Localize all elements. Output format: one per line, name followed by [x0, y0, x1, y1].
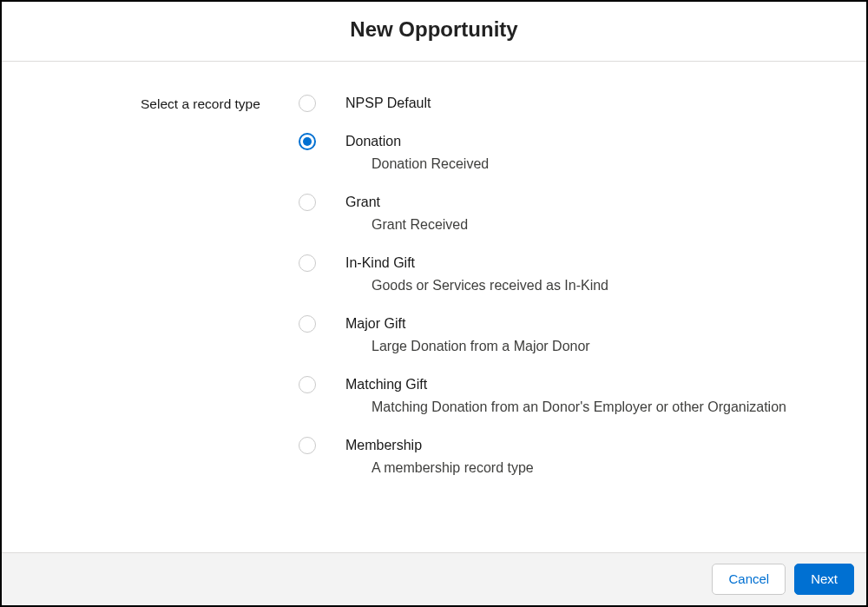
radio-button[interactable]: [299, 133, 316, 150]
option-label: Donation: [345, 133, 489, 150]
radio-button[interactable]: [299, 194, 316, 211]
option-text[interactable]: In-Kind GiftGoods or Services received a…: [316, 254, 608, 294]
modal-header: New Opportunity: [2, 2, 866, 61]
record-type-option[interactable]: MembershipA membership record type: [299, 437, 856, 477]
option-text[interactable]: MembershipA membership record type: [316, 437, 534, 477]
record-type-options: NPSP DefaultDonationDonation ReceivedGra…: [299, 95, 856, 498]
record-type-prompt: Select a record type: [12, 95, 299, 112]
record-type-option[interactable]: In-Kind GiftGoods or Services received a…: [299, 254, 856, 294]
option-description: Grant Received: [345, 211, 468, 234]
radio-button[interactable]: [299, 437, 316, 454]
new-opportunity-modal: New Opportunity Select a record type NPS…: [0, 0, 868, 607]
record-type-option[interactable]: NPSP Default: [299, 95, 856, 112]
option-description: Large Donation from a Major Donor: [345, 333, 590, 355]
option-label: In-Kind Gift: [345, 254, 608, 272]
option-label: Membership: [345, 437, 534, 454]
modal-title: New Opportunity: [2, 17, 866, 42]
option-text[interactable]: Major GiftLarge Donation from a Major Do…: [316, 315, 590, 355]
next-button[interactable]: Next: [794, 564, 854, 595]
option-label: Matching Gift: [345, 376, 786, 393]
option-description: Matching Donation from an Donor's Employ…: [345, 393, 786, 416]
option-text[interactable]: DonationDonation Received: [316, 133, 489, 173]
radio-button[interactable]: [299, 254, 316, 272]
radio-button[interactable]: [299, 315, 316, 333]
radio-button[interactable]: [299, 376, 316, 393]
option-text[interactable]: NPSP Default: [316, 95, 431, 112]
option-label: Grant: [345, 194, 468, 211]
radio-button[interactable]: [299, 95, 316, 112]
option-label: Major Gift: [345, 315, 590, 333]
modal-body: Select a record type NPSP DefaultDonatio…: [2, 62, 866, 552]
option-label: NPSP Default: [345, 95, 431, 112]
option-text[interactable]: GrantGrant Received: [316, 194, 468, 234]
record-type-option[interactable]: DonationDonation Received: [299, 133, 856, 173]
option-description: Goods or Services received as In-Kind: [345, 272, 608, 294]
record-type-option[interactable]: Matching GiftMatching Donation from an D…: [299, 376, 856, 416]
option-description: Donation Received: [345, 150, 489, 173]
record-type-option[interactable]: Major GiftLarge Donation from a Major Do…: [299, 315, 856, 355]
option-description: A membership record type: [345, 454, 534, 477]
cancel-button[interactable]: Cancel: [712, 564, 786, 595]
record-type-option[interactable]: GrantGrant Received: [299, 194, 856, 234]
modal-footer: Cancel Next: [2, 552, 866, 605]
option-text[interactable]: Matching GiftMatching Donation from an D…: [316, 376, 786, 416]
